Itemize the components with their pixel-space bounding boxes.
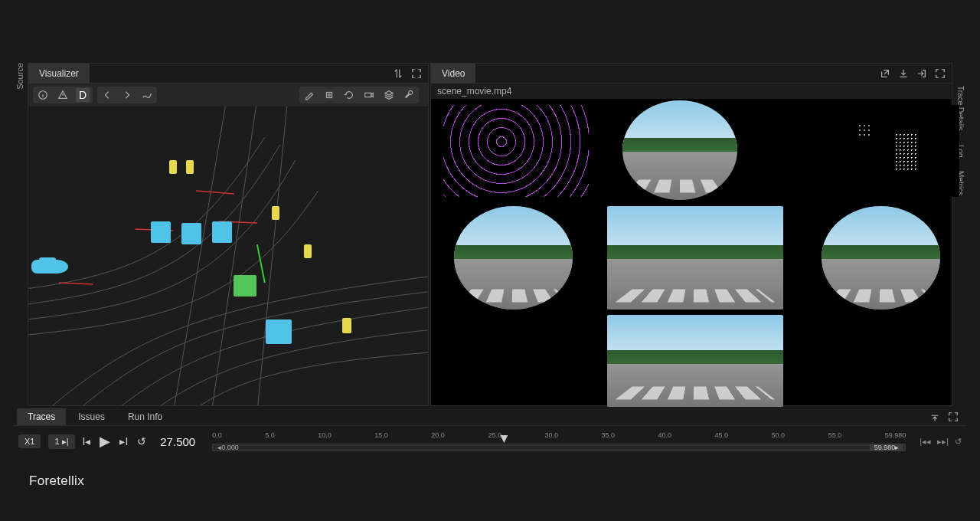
visualizer-panel: Visualizer D bbox=[28, 63, 429, 406]
skip-back-icon[interactable]: I◂ bbox=[83, 435, 91, 447]
rotate-icon[interactable] bbox=[342, 88, 356, 102]
video-filename: scene_movie.mp4 bbox=[431, 84, 952, 99]
actor-vehicle bbox=[212, 221, 232, 243]
visualizer-toolbar: D bbox=[28, 84, 428, 106]
left-sidebar-tab[interactable]: Source bbox=[14, 63, 26, 406]
expand-icon[interactable] bbox=[411, 68, 422, 79]
feed-rear bbox=[607, 315, 783, 407]
actor-vehicle bbox=[266, 319, 292, 344]
expand-icon[interactable] bbox=[948, 411, 959, 422]
timeline-track[interactable]: ◂ 0.000 59.980 ▸ bbox=[212, 444, 906, 451]
tab-traces[interactable]: Traces bbox=[17, 408, 66, 425]
edit-icon[interactable] bbox=[302, 88, 316, 102]
svg-line-5 bbox=[196, 191, 234, 194]
forward-icon[interactable] bbox=[120, 88, 134, 102]
actor-pedestrian bbox=[272, 206, 279, 220]
current-time: 27.500 bbox=[154, 435, 201, 448]
visualizer-3d-canvas[interactable] bbox=[28, 106, 428, 405]
info-icon[interactable] bbox=[36, 88, 50, 102]
jump-start-icon[interactable]: |◂◂ bbox=[920, 437, 931, 447]
open-external-icon[interactable] bbox=[880, 68, 890, 79]
actor-vehicle bbox=[151, 221, 171, 243]
warning-icon[interactable] bbox=[56, 88, 70, 102]
step-selector[interactable]: 1 ▸| bbox=[48, 434, 74, 449]
download-icon[interactable] bbox=[898, 68, 909, 79]
actor-pedestrian bbox=[304, 244, 312, 258]
brand-label: Foretellix bbox=[14, 457, 966, 503]
jump-end-icon[interactable]: ▸▸| bbox=[937, 437, 949, 447]
tab-issues[interactable]: Issues bbox=[67, 408, 116, 425]
speed-selector[interactable]: X1 bbox=[18, 434, 41, 448]
actor-pedestrian bbox=[169, 160, 177, 174]
collapse-up-icon[interactable] bbox=[929, 411, 940, 422]
svg-point-2 bbox=[328, 94, 331, 97]
expand-icon[interactable] bbox=[935, 68, 946, 79]
tab-run-info[interactable]: Run Info bbox=[117, 408, 173, 425]
feed-right-fisheye bbox=[822, 206, 940, 310]
swap-icon[interactable] bbox=[393, 68, 403, 79]
svg-rect-1 bbox=[327, 93, 332, 98]
actor-vehicle bbox=[181, 223, 201, 244]
feed-center bbox=[607, 206, 783, 310]
svg-line-7 bbox=[59, 283, 93, 284]
svg-line-8 bbox=[257, 244, 265, 283]
actor-pedestrian bbox=[342, 318, 351, 333]
login-icon[interactable] bbox=[916, 68, 927, 79]
feed-front-fisheye bbox=[622, 100, 737, 200]
source-tab-label: Source bbox=[15, 63, 24, 116]
target-icon[interactable] bbox=[322, 88, 336, 102]
bottom-panel: Traces Issues Run Info X1 1 ▸| I◂ ▶ ▸I ↺… bbox=[14, 408, 966, 457]
play-icon[interactable]: ▶ bbox=[100, 433, 110, 450]
skip-forward-icon[interactable]: ▸I bbox=[119, 435, 128, 447]
feed-pointcloud bbox=[814, 105, 959, 197]
rewind-icon[interactable]: ↺ bbox=[137, 435, 146, 447]
feed-lidar bbox=[443, 105, 589, 197]
timeline-ruler: 0.0 5.0 10.0 15.0 20.0 25.0 30.0 35.0 40… bbox=[209, 431, 909, 444]
back-icon[interactable] bbox=[100, 88, 114, 102]
camera-icon[interactable] bbox=[362, 88, 376, 102]
dimension-toggle[interactable]: D bbox=[76, 88, 90, 102]
video-grid[interactable] bbox=[431, 99, 952, 405]
wrench-icon[interactable] bbox=[402, 88, 416, 102]
video-panel: Video scene_movie.mp4 bbox=[430, 63, 952, 406]
svg-rect-3 bbox=[365, 93, 371, 97]
layers-icon[interactable] bbox=[382, 88, 396, 102]
actor-pedestrian bbox=[186, 160, 194, 174]
ego-marker bbox=[234, 275, 256, 297]
visualizer-tab[interactable]: Visualizer bbox=[28, 64, 90, 84]
ego-vehicle bbox=[31, 260, 68, 274]
reset-icon[interactable]: ↺ bbox=[955, 437, 962, 447]
video-tab[interactable]: Video bbox=[431, 64, 475, 84]
path-icon[interactable] bbox=[140, 88, 154, 102]
feed-left-fisheye bbox=[454, 206, 573, 310]
